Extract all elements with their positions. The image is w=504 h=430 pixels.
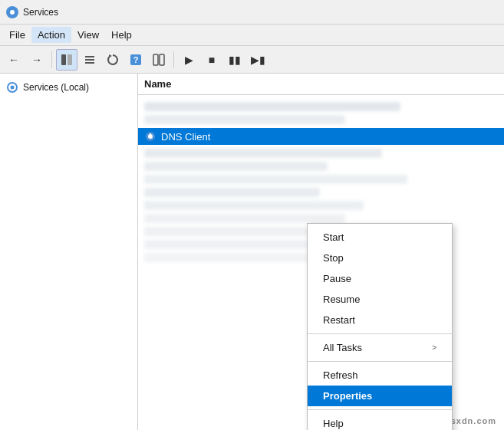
menu-action[interactable]: Action: [31, 27, 71, 43]
dns-client-label: DNS Client: [161, 131, 210, 143]
menu-view[interactable]: View: [71, 27, 105, 43]
blurred-row-7: [144, 201, 364, 210]
svg-rect-6: [85, 62, 94, 64]
ctx-start[interactable]: Start: [308, 227, 452, 248]
blurred-row-10: [144, 240, 309, 249]
blurred-row-5: [144, 175, 407, 184]
ctx-alltasks-arrow: >: [432, 343, 436, 352]
back-button[interactable]: ←: [3, 49, 25, 71]
ctx-resume[interactable]: Resume: [308, 289, 452, 310]
forward-button[interactable]: →: [26, 49, 48, 71]
blurred-row-1: [144, 102, 400, 111]
svg-rect-3: [68, 54, 72, 65]
svg-marker-7: [109, 54, 112, 57]
blurred-row-6: [144, 188, 320, 197]
ctx-help[interactable]: Help: [308, 413, 452, 430]
blurred-row-8: [144, 214, 345, 223]
app-icon: [6, 6, 18, 18]
window-title: Services: [23, 7, 58, 18]
ctx-help-label: Help: [323, 418, 344, 429]
svg-point-16: [150, 133, 151, 135]
stop-button[interactable]: ■: [201, 49, 222, 71]
svg-point-13: [11, 86, 15, 90]
toolbar: ← → ? ▶ ■ ▮▮ ▶▮: [0, 46, 504, 74]
svg-rect-2: [61, 54, 66, 65]
play-button[interactable]: ▶: [178, 49, 199, 71]
ctx-restart-label: Restart: [323, 314, 355, 326]
pause-button[interactable]: ▮▮: [224, 49, 245, 71]
svg-rect-11: [160, 54, 164, 65]
ctx-alltasks[interactable]: All Tasks >: [308, 337, 452, 358]
panel-button[interactable]: [148, 49, 170, 71]
menu-help[interactable]: Help: [105, 27, 138, 43]
dns-client-row[interactable]: DNS Client: [138, 128, 504, 145]
title-bar: Services: [0, 0, 504, 25]
menu-file[interactable]: File: [3, 27, 31, 43]
context-menu: Start Stop Pause Resume Restart All Task…: [307, 223, 453, 430]
blurred-row-2: [144, 115, 345, 124]
ctx-stop[interactable]: Stop: [308, 248, 452, 268]
refresh-button[interactable]: [102, 49, 124, 71]
services-local-icon: [6, 81, 18, 94]
ctx-pause[interactable]: Pause: [308, 268, 452, 289]
ctx-resume-label: Resume: [323, 294, 360, 305]
svg-rect-4: [85, 56, 94, 57]
ctx-refresh[interactable]: Refresh: [308, 365, 452, 386]
ctx-start-label: Start: [323, 231, 344, 243]
ctx-properties[interactable]: Properties: [308, 386, 452, 406]
ctx-alltasks-label: All Tasks: [323, 342, 362, 353]
svg-rect-10: [153, 54, 158, 65]
blurred-row-3: [144, 149, 382, 158]
ctx-refresh-label: Refresh: [323, 369, 358, 381]
list-button[interactable]: [79, 49, 100, 71]
step-forward-button[interactable]: ▶▮: [247, 49, 268, 71]
name-column-header: Name: [144, 78, 171, 90]
main-area: Services (Local) Name DNS Client: [0, 74, 504, 430]
sidebar-item-label: Services (Local): [23, 82, 89, 93]
ctx-restart[interactable]: Restart: [308, 310, 452, 330]
svg-rect-5: [85, 59, 94, 61]
dns-client-icon: [144, 130, 156, 143]
ctx-properties-label: Properties: [323, 390, 372, 402]
sidebar: Services (Local): [0, 74, 138, 430]
svg-point-1: [10, 10, 15, 15]
toolbar-sep-1: [51, 51, 52, 68]
help-button[interactable]: ?: [125, 49, 147, 71]
services-list-header: Name: [138, 74, 504, 95]
sidebar-item-services-local[interactable]: Services (Local): [0, 77, 137, 98]
menu-bar: File Action View Help: [0, 25, 504, 46]
ctx-sep-3: [308, 409, 452, 410]
toolbar-sep-2: [173, 51, 174, 68]
show-hide-button[interactable]: [56, 49, 77, 71]
ctx-pause-label: Pause: [323, 273, 351, 284]
services-panel: Name DNS Client: [138, 74, 504, 430]
ctx-sep-1: [308, 333, 452, 334]
ctx-stop-label: Stop: [323, 252, 344, 264]
svg-text:?: ?: [133, 55, 139, 64]
ctx-sep-2: [308, 361, 452, 362]
blurred-row-4: [144, 162, 328, 171]
